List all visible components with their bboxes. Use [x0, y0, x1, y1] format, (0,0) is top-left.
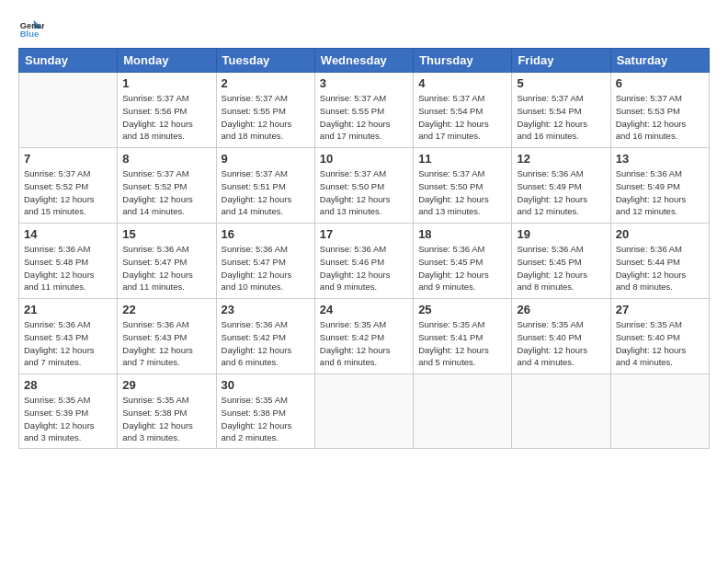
calendar-cell: 24Sunrise: 5:35 AMSunset: 5:42 PMDayligh… [314, 299, 413, 374]
day-number: 14 [24, 227, 112, 241]
calendar-cell: 27Sunrise: 5:35 AMSunset: 5:40 PMDayligh… [610, 299, 709, 374]
weekday-header-row: SundayMondayTuesdayWednesdayThursdayFrid… [19, 49, 710, 73]
calendar-cell: 6Sunrise: 5:37 AMSunset: 5:53 PMDaylight… [610, 73, 709, 148]
day-info: Sunrise: 5:36 AMSunset: 5:42 PMDaylight:… [222, 318, 310, 369]
day-number: 28 [24, 378, 112, 392]
calendar-cell: 11Sunrise: 5:37 AMSunset: 5:50 PMDayligh… [414, 148, 512, 224]
calendar-cell: 20Sunrise: 5:36 AMSunset: 5:44 PMDayligh… [610, 224, 709, 299]
day-number: 10 [320, 152, 408, 166]
weekday-header-saturday: Saturday [610, 49, 709, 73]
day-info: Sunrise: 5:37 AMSunset: 5:50 PMDaylight:… [418, 167, 506, 218]
calendar-table: SundayMondayTuesdayWednesdayThursdayFrid… [18, 48, 710, 449]
calendar-cell: 26Sunrise: 5:35 AMSunset: 5:40 PMDayligh… [512, 299, 610, 374]
day-info: Sunrise: 5:37 AMSunset: 5:52 PMDaylight:… [24, 167, 112, 218]
day-info: Sunrise: 5:36 AMSunset: 5:43 PMDaylight:… [24, 318, 112, 369]
calendar-cell: 13Sunrise: 5:36 AMSunset: 5:49 PMDayligh… [610, 148, 709, 224]
day-info: Sunrise: 5:36 AMSunset: 5:45 PMDaylight:… [418, 243, 506, 293]
calendar-cell: 25Sunrise: 5:35 AMSunset: 5:41 PMDayligh… [414, 299, 512, 374]
calendar-cell: 30Sunrise: 5:35 AMSunset: 5:38 PMDayligh… [216, 374, 314, 449]
calendar-week-row: 28Sunrise: 5:35 AMSunset: 5:39 PMDayligh… [19, 374, 710, 449]
calendar-cell: 7Sunrise: 5:37 AMSunset: 5:52 PMDaylight… [19, 148, 118, 224]
weekday-header-thursday: Thursday [414, 49, 512, 73]
calendar-cell: 14Sunrise: 5:36 AMSunset: 5:48 PMDayligh… [19, 224, 118, 299]
calendar-cell: 19Sunrise: 5:36 AMSunset: 5:45 PMDayligh… [512, 224, 610, 299]
calendar-cell: 5Sunrise: 5:37 AMSunset: 5:54 PMDaylight… [512, 73, 610, 148]
calendar-cell: 4Sunrise: 5:37 AMSunset: 5:54 PMDaylight… [414, 73, 512, 148]
day-number: 30 [222, 378, 310, 392]
day-info: Sunrise: 5:36 AMSunset: 5:43 PMDaylight:… [122, 318, 210, 369]
calendar-cell [414, 374, 512, 449]
day-number: 17 [320, 227, 408, 241]
calendar-week-row: 7Sunrise: 5:37 AMSunset: 5:52 PMDaylight… [19, 148, 710, 224]
day-info: Sunrise: 5:37 AMSunset: 5:55 PMDaylight:… [222, 92, 310, 143]
day-number: 19 [517, 227, 605, 241]
weekday-header-wednesday: Wednesday [314, 49, 413, 73]
day-info: Sunrise: 5:37 AMSunset: 5:53 PMDaylight:… [616, 92, 704, 143]
calendar-cell [314, 374, 413, 449]
calendar-cell: 1Sunrise: 5:37 AMSunset: 5:56 PMDaylight… [118, 73, 216, 148]
calendar-cell [512, 374, 610, 449]
day-number: 12 [517, 152, 605, 166]
calendar-cell: 2Sunrise: 5:37 AMSunset: 5:55 PMDaylight… [216, 73, 314, 148]
day-number: 2 [222, 76, 310, 90]
day-info: Sunrise: 5:36 AMSunset: 5:47 PMDaylight:… [122, 243, 210, 293]
day-info: Sunrise: 5:36 AMSunset: 5:49 PMDaylight:… [616, 167, 704, 218]
weekday-header-sunday: Sunday [19, 49, 118, 73]
day-number: 9 [222, 152, 310, 166]
calendar-cell: 16Sunrise: 5:36 AMSunset: 5:47 PMDayligh… [216, 224, 314, 299]
calendar-cell: 9Sunrise: 5:37 AMSunset: 5:51 PMDaylight… [216, 148, 314, 224]
calendar-cell [610, 374, 709, 449]
day-number: 5 [517, 76, 605, 90]
day-info: Sunrise: 5:36 AMSunset: 5:48 PMDaylight:… [24, 243, 112, 293]
calendar-cell: 10Sunrise: 5:37 AMSunset: 5:50 PMDayligh… [314, 148, 413, 224]
calendar-cell: 8Sunrise: 5:37 AMSunset: 5:52 PMDaylight… [118, 148, 216, 224]
day-info: Sunrise: 5:36 AMSunset: 5:44 PMDaylight:… [616, 243, 704, 293]
day-info: Sunrise: 5:36 AMSunset: 5:46 PMDaylight:… [320, 243, 408, 293]
day-number: 7 [24, 152, 112, 166]
day-number: 4 [418, 76, 506, 90]
day-number: 20 [616, 227, 704, 241]
day-number: 13 [616, 152, 704, 166]
day-number: 11 [418, 152, 506, 166]
day-info: Sunrise: 5:36 AMSunset: 5:45 PMDaylight:… [517, 243, 605, 293]
day-info: Sunrise: 5:35 AMSunset: 5:41 PMDaylight:… [418, 318, 506, 369]
day-number: 6 [616, 76, 704, 90]
weekday-header-tuesday: Tuesday [216, 49, 314, 73]
day-info: Sunrise: 5:37 AMSunset: 5:52 PMDaylight:… [122, 167, 210, 218]
day-number: 1 [122, 76, 210, 90]
day-number: 21 [24, 303, 112, 316]
calendar-week-row: 21Sunrise: 5:36 AMSunset: 5:43 PMDayligh… [19, 299, 710, 374]
day-number: 29 [122, 378, 210, 392]
logo-icon: General Blue [18, 17, 44, 42]
calendar-cell: 21Sunrise: 5:36 AMSunset: 5:43 PMDayligh… [19, 299, 118, 374]
day-info: Sunrise: 5:35 AMSunset: 5:40 PMDaylight:… [616, 318, 704, 369]
weekday-header-friday: Friday [512, 49, 610, 73]
calendar-cell: 29Sunrise: 5:35 AMSunset: 5:38 PMDayligh… [118, 374, 216, 449]
day-info: Sunrise: 5:37 AMSunset: 5:51 PMDaylight:… [222, 167, 310, 218]
day-info: Sunrise: 5:37 AMSunset: 5:54 PMDaylight:… [418, 92, 506, 143]
svg-text:Blue: Blue [20, 29, 39, 39]
day-number: 22 [122, 303, 210, 316]
day-info: Sunrise: 5:35 AMSunset: 5:38 PMDaylight:… [222, 394, 310, 444]
day-info: Sunrise: 5:37 AMSunset: 5:55 PMDaylight:… [320, 92, 408, 143]
calendar-cell [19, 73, 118, 148]
day-number: 3 [320, 76, 408, 90]
day-number: 15 [122, 227, 210, 241]
day-info: Sunrise: 5:36 AMSunset: 5:47 PMDaylight:… [222, 243, 310, 293]
calendar-cell: 12Sunrise: 5:36 AMSunset: 5:49 PMDayligh… [512, 148, 610, 224]
calendar-week-row: 1Sunrise: 5:37 AMSunset: 5:56 PMDaylight… [19, 73, 710, 148]
day-number: 25 [418, 303, 506, 316]
day-info: Sunrise: 5:35 AMSunset: 5:42 PMDaylight:… [320, 318, 408, 369]
day-info: Sunrise: 5:37 AMSunset: 5:56 PMDaylight:… [122, 92, 210, 143]
logo: General Blue [18, 17, 48, 42]
weekday-header-monday: Monday [118, 49, 216, 73]
day-info: Sunrise: 5:37 AMSunset: 5:54 PMDaylight:… [517, 92, 605, 143]
calendar-cell: 22Sunrise: 5:36 AMSunset: 5:43 PMDayligh… [118, 299, 216, 374]
day-number: 16 [222, 227, 310, 241]
day-info: Sunrise: 5:35 AMSunset: 5:38 PMDaylight:… [122, 394, 210, 444]
day-info: Sunrise: 5:36 AMSunset: 5:49 PMDaylight:… [517, 167, 605, 218]
day-number: 18 [418, 227, 506, 241]
calendar-cell: 23Sunrise: 5:36 AMSunset: 5:42 PMDayligh… [216, 299, 314, 374]
day-number: 26 [517, 303, 605, 316]
day-number: 23 [222, 303, 310, 316]
